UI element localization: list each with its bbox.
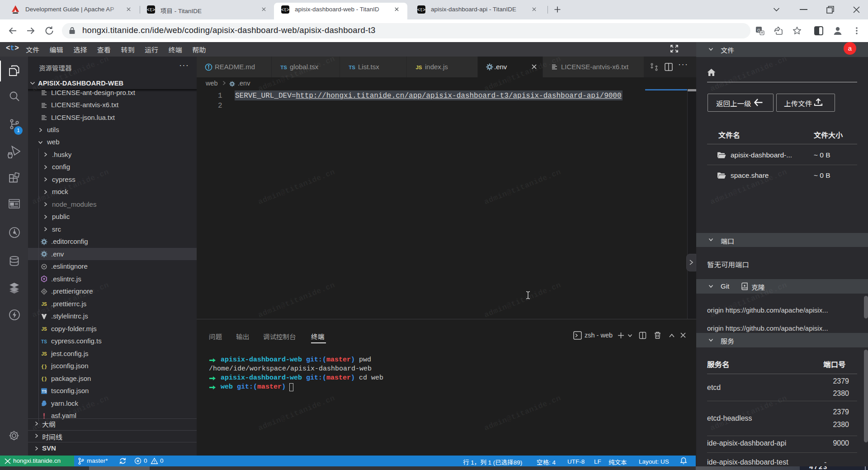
svg-text:TS: TS [42, 389, 47, 394]
svg-text:<t>: <t> [147, 8, 155, 13]
svg-text:TS: TS [41, 339, 47, 344]
svg-text:JS: JS [415, 65, 422, 70]
svg-text:<t>: <t> [417, 8, 425, 13]
svg-text:JS: JS [41, 351, 47, 356]
svg-text:<t>: <t> [281, 8, 289, 13]
svg-text:{}: {} [41, 364, 47, 369]
svg-text:TS: TS [280, 65, 287, 70]
svg-text:{}: {} [41, 376, 47, 382]
svg-text:JS: JS [41, 327, 47, 332]
svg-text:TS: TS [349, 65, 355, 70]
